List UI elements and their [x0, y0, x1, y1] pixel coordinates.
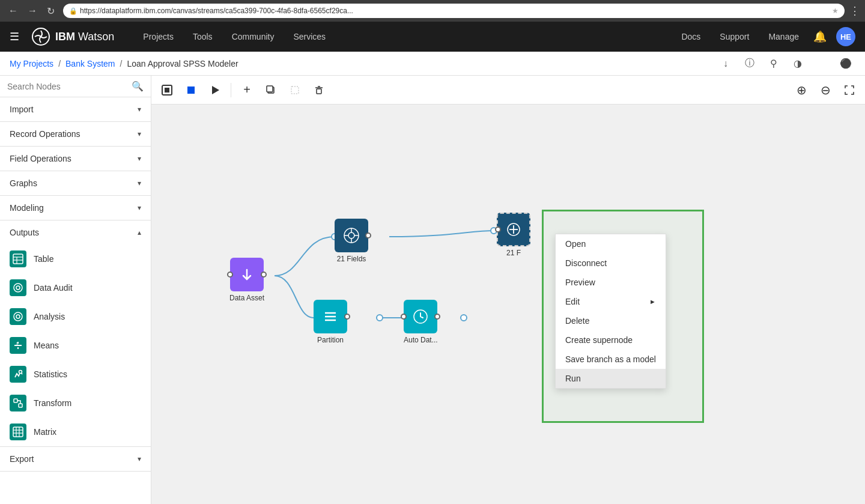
21-fields-port-right	[365, 232, 371, 238]
analysis-icon	[10, 308, 26, 325]
context-menu-create-supernode[interactable]: Create supernode	[556, 330, 666, 350]
sidebar-item-transform[interactable]: Transform	[0, 389, 151, 417]
hamburger-button[interactable]: ☰	[10, 30, 26, 43]
node-partition[interactable]: Partition	[314, 300, 347, 344]
node-partition-box[interactable]	[314, 300, 347, 333]
context-menu-save-branch[interactable]: Save branch as a model	[556, 350, 666, 369]
chevron-down-icon: ▾	[138, 105, 141, 114]
sidebar-section-outputs-header[interactable]: Outputs ▴	[0, 220, 151, 244]
chevron-down-icon-4: ▾	[138, 179, 141, 187]
canvas-toolbar: + ⊕ ⊖	[151, 76, 865, 105]
main-layout: 🔍 Import ▾ Record Operations ▾ Field Ope…	[0, 76, 865, 504]
frame-button[interactable]	[156, 79, 178, 101]
zoom-out-button[interactable]: ⊖	[815, 79, 836, 101]
svg-point-33	[461, 315, 467, 321]
svg-rect-23	[187, 87, 195, 94]
info-button[interactable]: ⓘ	[740, 54, 759, 73]
connections-svg	[151, 105, 865, 504]
auto-dat-port-right	[434, 314, 440, 320]
nav-services[interactable]: Services	[284, 22, 335, 52]
node-21-f-selected[interactable]: 21 F	[497, 213, 530, 257]
paste-button[interactable]	[284, 79, 306, 101]
sidebar-section-modeling: Modeling ▾	[0, 196, 151, 220]
node-21-f-selected-box[interactable]	[497, 213, 530, 246]
canvas-area[interactable]: Data Asset 21 Fields	[151, 105, 865, 504]
sidebar-item-matrix[interactable]: Matrix	[0, 417, 151, 446]
sidebar-section-export-header[interactable]: Export ▾	[0, 447, 151, 471]
sidebar-item-means[interactable]: x̄ Means	[0, 331, 151, 360]
node-auto-dat[interactable]: Auto Dat...	[404, 300, 438, 344]
search-button[interactable]: 🔍	[132, 80, 144, 92]
sidebar-section-record-ops-header[interactable]: Record Operations ▾	[0, 122, 151, 146]
sidebar-item-table[interactable]: Table	[0, 244, 151, 273]
context-menu-delete[interactable]: Delete	[556, 311, 666, 330]
sidebar-item-statistics[interactable]: Statistics	[0, 360, 151, 389]
bell-icon[interactable]: 🔔	[813, 30, 827, 43]
chevron-up-icon: ▴	[138, 228, 141, 237]
address-bar[interactable]: 🔒 https://dataplatform.ibm.com/canvas/st…	[63, 4, 845, 18]
sidebar-section-field-ops-header[interactable]: Field Operations ▾	[0, 147, 151, 171]
sidebar-section-graphs-header[interactable]: Graphs ▾	[0, 171, 151, 195]
sidebar-section-modeling-header[interactable]: Modeling ▾	[0, 196, 151, 220]
node-data-asset-box[interactable]	[230, 258, 264, 291]
context-menu-edit[interactable]: Edit ►	[556, 292, 666, 311]
svg-marker-24	[212, 86, 219, 94]
search-input[interactable]	[7, 82, 127, 91]
21-f-label: 21 F	[506, 249, 521, 257]
fit-button[interactable]	[839, 79, 860, 101]
submenu-arrow-icon: ►	[649, 298, 656, 305]
search-project-button[interactable]: ⚲	[764, 54, 783, 73]
sidebar-item-data-audit[interactable]: Data Audit	[0, 273, 151, 302]
nav-manage[interactable]: Manage	[763, 32, 804, 41]
sidebar-item-analysis[interactable]: Analysis	[0, 302, 151, 331]
nav-community[interactable]: Community	[222, 22, 284, 52]
browser-bar: ← → ↻ 🔒 https://dataplatform.ibm.com/can…	[0, 0, 865, 22]
breadcrumb-my-projects[interactable]: My Projects	[10, 59, 53, 68]
statistics-icon	[10, 366, 26, 383]
view-button[interactable]: ◑	[788, 54, 807, 73]
breadcrumb-bar: My Projects / Bank System / Loan Approva…	[0, 52, 865, 76]
sidebar-section-export: Export ▾	[0, 447, 151, 472]
data-asset-label: Data Asset	[229, 294, 264, 302]
context-menu-run[interactable]: Run	[556, 369, 666, 388]
add-node-button[interactable]: +	[236, 79, 258, 101]
sidebar-section-graphs: Graphs ▾	[0, 171, 151, 196]
nav-projects[interactable]: Projects	[133, 22, 183, 52]
extensions-button[interactable]: ⋮	[849, 4, 860, 17]
statistics-label: Statistics	[34, 369, 67, 379]
node-21-fields[interactable]: 21 Fields	[335, 219, 368, 263]
stop-button[interactable]	[180, 79, 202, 101]
node-data-asset[interactable]: Data Asset	[229, 258, 264, 302]
sidebar-section-field-ops: Field Operations ▾	[0, 147, 151, 171]
browser-extras: ⋮	[849, 4, 860, 17]
breadcrumb-bank-system[interactable]: Bank System	[65, 59, 115, 68]
reload-button[interactable]: ↻	[43, 4, 58, 18]
secure-icon: 🔒	[69, 7, 77, 15]
download-button[interactable]: ↓	[716, 54, 735, 73]
breadcrumb-actions: ↓ ⓘ ⚲ ◑ ⁤ ⚫	[716, 54, 855, 73]
nav-docs[interactable]: Docs	[676, 32, 705, 41]
sidebar-section-import-header[interactable]: Import ▾	[0, 97, 151, 121]
transform-icon	[10, 395, 26, 411]
avatar[interactable]: HE	[836, 27, 855, 46]
nav-tools[interactable]: Tools	[183, 22, 222, 52]
svg-point-7	[14, 312, 22, 321]
copy-button[interactable]	[260, 79, 282, 101]
svg-point-8	[16, 315, 20, 318]
forward-button[interactable]: →	[24, 4, 41, 18]
zoom-in-button[interactable]: ⊕	[791, 79, 812, 101]
table-label: Table	[34, 254, 53, 264]
grid-view-button[interactable]: ⁤	[812, 54, 831, 73]
nav-support[interactable]: Support	[715, 32, 754, 41]
globe-button[interactable]: ⚫	[836, 54, 855, 73]
node-auto-dat-box[interactable]	[404, 300, 437, 333]
context-menu-preview[interactable]: Preview	[556, 273, 666, 292]
play-button[interactable]	[204, 79, 226, 101]
back-button[interactable]: ←	[5, 4, 22, 18]
auto-dat-label: Auto Dat...	[404, 336, 438, 344]
partition-port-right	[344, 314, 350, 320]
context-menu-disconnect[interactable]: Disconnect	[556, 254, 666, 273]
node-21-fields-box[interactable]	[335, 219, 368, 252]
delete-button[interactable]	[308, 79, 330, 101]
context-menu-open[interactable]: Open	[556, 234, 666, 254]
